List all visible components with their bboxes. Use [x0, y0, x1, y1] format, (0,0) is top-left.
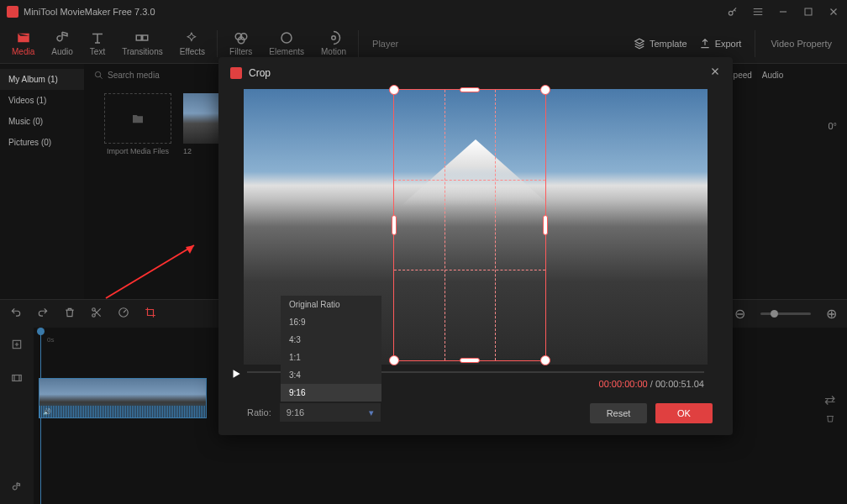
tab-label: Transitions: [122, 47, 163, 56]
modal-title: Crop: [249, 67, 271, 79]
crop-handle-b[interactable]: [460, 358, 480, 363]
modal-logo-icon: [230, 67, 242, 79]
ruler-zero: 0s: [47, 336, 54, 344]
redo-icon[interactable]: [37, 307, 49, 322]
audio-track-icon[interactable]: [0, 470, 34, 504]
crop-handle-t[interactable]: [460, 87, 480, 92]
svg-point-7: [281, 33, 292, 43]
svg-rect-14: [13, 375, 22, 381]
tab-media[interactable]: Media: [3, 27, 43, 60]
svg-rect-1: [805, 8, 812, 15]
reset-button[interactable]: Reset: [590, 403, 647, 423]
video-track-icon[interactable]: [0, 361, 34, 395]
undo-icon[interactable]: [10, 307, 22, 322]
swap-icon[interactable]: ⇄: [824, 391, 835, 407]
ratio-option[interactable]: 16:9: [281, 313, 381, 331]
timeline-clip[interactable]: 🔊: [39, 378, 207, 418]
player-label: Player: [362, 39, 623, 49]
svg-point-9: [95, 71, 100, 76]
tab-label: Media: [12, 47, 34, 56]
ratio-option[interactable]: 3:4: [281, 366, 381, 384]
prop-tab-audio[interactable]: Audio: [762, 71, 784, 80]
sidebar-item-pictures[interactable]: Pictures (0): [0, 132, 84, 153]
maximize-icon[interactable]: [802, 5, 815, 18]
speaker-icon: 🔊: [43, 408, 51, 416]
tab-label: Text: [90, 47, 105, 56]
minimize-icon[interactable]: [776, 5, 790, 18]
tab-label: Filters: [229, 47, 252, 56]
track-delete-icon[interactable]: [825, 412, 835, 427]
crop-handle-tr[interactable]: [540, 85, 550, 95]
crop-rectangle[interactable]: [393, 89, 546, 361]
delete-icon[interactable]: [64, 307, 76, 322]
video-property-label: Video Property: [759, 39, 844, 49]
crop-modal: Crop 00:00:00:00 / 00:00:51.04 Original …: [218, 57, 733, 435]
titlebar: MiniTool MovieMaker Free 7.3.0: [0, 0, 847, 24]
tab-label: Audio: [51, 47, 73, 56]
timecode: 00:00:00:00 / 00:00:51.04: [599, 379, 704, 389]
ok-button[interactable]: OK: [655, 403, 713, 423]
search-icon: [94, 71, 103, 80]
tab-label: Motion: [321, 47, 346, 56]
export-button[interactable]: Export: [699, 38, 742, 50]
crop-handle-bl[interactable]: [389, 355, 399, 365]
modal-close-button[interactable]: [709, 66, 721, 81]
sidebar-item-music[interactable]: Music (0): [0, 111, 84, 132]
crop-icon[interactable]: [145, 307, 156, 322]
key-icon[interactable]: [726, 5, 739, 18]
crop-handle-br[interactable]: [540, 355, 550, 365]
search-input[interactable]: [108, 71, 208, 80]
tab-transitions[interactable]: Transitions: [113, 27, 171, 60]
app-logo-icon: [7, 6, 18, 18]
add-track-icon[interactable]: [0, 328, 34, 361]
zoom-slider[interactable]: [760, 312, 811, 315]
menu-icon[interactable]: [751, 5, 765, 18]
svg-rect-2: [137, 35, 142, 40]
template-button[interactable]: Template: [634, 38, 687, 50]
app-title: MiniTool MovieMaker Free 7.3.0: [24, 7, 155, 17]
import-media-button[interactable]: [104, 93, 171, 144]
play-button[interactable]: [230, 368, 242, 383]
ratio-option[interactable]: 1:1: [281, 349, 381, 366]
tab-effects[interactable]: Effects: [171, 27, 213, 60]
sidebar-item-videos[interactable]: Videos (1): [0, 90, 84, 111]
chevron-down-icon: ▾: [369, 407, 374, 418]
svg-rect-3: [143, 35, 148, 40]
crop-handle-l[interactable]: [392, 215, 397, 235]
tab-elements[interactable]: Elements: [260, 27, 313, 60]
speed-icon[interactable]: [118, 307, 129, 322]
ratio-dropdown: Original Ratio 16:9 4:3 1:1 3:4 9:16: [281, 296, 381, 402]
media-sidebar: My Album (1) Videos (1) Music (0) Pictur…: [0, 64, 84, 299]
tab-filters[interactable]: Filters: [221, 27, 260, 60]
sidebar-item-album[interactable]: My Album (1): [0, 69, 84, 90]
tab-motion[interactable]: Motion: [313, 27, 355, 60]
ratio-option[interactable]: 4:3: [281, 331, 381, 349]
ratio-option[interactable]: 9:16: [281, 384, 381, 402]
zoom-in-icon[interactable]: ⊕: [826, 306, 837, 322]
tab-label: Effects: [180, 47, 205, 56]
tab-text[interactable]: Text: [82, 27, 113, 60]
crop-handle-r[interactable]: [543, 215, 548, 235]
crop-handle-tl[interactable]: [389, 85, 399, 95]
close-icon[interactable]: [827, 5, 840, 18]
ratio-label: Ratio:: [247, 407, 271, 417]
ratio-select[interactable]: 9:16 ▾: [280, 403, 381, 422]
ratio-option[interactable]: Original Ratio: [281, 296, 381, 313]
tab-label: Elements: [269, 47, 304, 56]
tab-audio[interactable]: Audio: [43, 27, 82, 60]
zoom-out-icon[interactable]: ⊖: [734, 306, 745, 322]
import-label: Import Media Files: [104, 147, 171, 155]
split-icon[interactable]: [91, 307, 103, 322]
svg-point-8: [332, 36, 336, 40]
